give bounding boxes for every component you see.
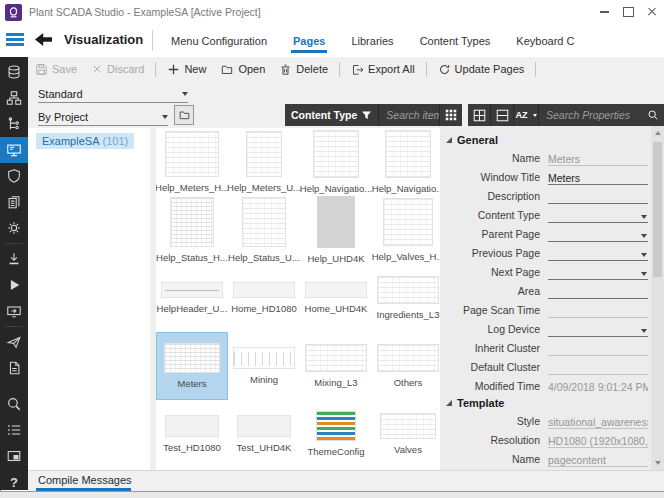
window-title-field[interactable]: Meters bbox=[548, 169, 648, 185]
search-icon[interactable] bbox=[0, 391, 28, 417]
close-button[interactable] bbox=[640, 0, 664, 24]
page-cell-home-hd1080[interactable]: Home_HD1080 bbox=[228, 264, 300, 332]
sort-az-button[interactable]: AZ bbox=[514, 104, 538, 126]
run-play-icon[interactable] bbox=[0, 272, 28, 298]
previous-page-dropdown[interactable] bbox=[548, 245, 648, 261]
name-field: Meters bbox=[548, 150, 648, 166]
report-document-icon[interactable] bbox=[0, 355, 28, 381]
inherit-cluster-field[interactable] bbox=[548, 340, 648, 356]
next-page-dropdown[interactable] bbox=[548, 264, 648, 280]
default-cluster-field[interactable] bbox=[548, 359, 648, 375]
download-icon[interactable] bbox=[0, 246, 28, 272]
scroll-up-icon[interactable] bbox=[655, 131, 661, 135]
export-all-button[interactable]: Export All bbox=[344, 57, 421, 81]
page-cell-mixing-l3[interactable]: Mixing_L3 bbox=[300, 332, 372, 400]
page-cell-help-status-u[interactable]: Help_Status_U... bbox=[228, 196, 300, 264]
page-scan-time-field[interactable] bbox=[548, 302, 648, 318]
page-cell-ingredients-l3[interactable]: Ingredients_L3 bbox=[372, 264, 444, 332]
page-cell-mining[interactable]: Mining bbox=[228, 332, 300, 400]
description-field[interactable] bbox=[548, 188, 648, 204]
page-thumbnail bbox=[170, 197, 214, 247]
page-cell-help-uhd4k[interactable]: Help_UHD4K bbox=[300, 196, 372, 264]
save-button[interactable]: Save bbox=[28, 57, 84, 81]
page-cell-test-uhd4k[interactable]: Test_UHD4K bbox=[228, 400, 300, 468]
database-icon[interactable] bbox=[0, 59, 28, 85]
page-cell-others[interactable]: Others bbox=[372, 332, 444, 400]
deploy-plane-icon[interactable] bbox=[0, 329, 28, 355]
scroll-down-icon[interactable] bbox=[655, 461, 661, 465]
sort-down-icon bbox=[533, 114, 537, 117]
page-cell-meters-selected[interactable]: Meters bbox=[156, 332, 228, 400]
funnel-icon bbox=[361, 110, 372, 121]
tree-item-examplesa[interactable]: ExampleSA (101) bbox=[36, 133, 134, 149]
parent-page-dropdown[interactable] bbox=[548, 226, 648, 242]
grouping-dropdown[interactable]: By Project bbox=[38, 108, 168, 126]
equipment-tree-icon[interactable] bbox=[0, 111, 28, 137]
discard-button[interactable]: Discard bbox=[84, 57, 151, 81]
compile-messages-tab[interactable]: Compile Messages bbox=[38, 474, 132, 486]
page-label: Home_UHD4K bbox=[305, 303, 368, 314]
page-cell-help-navigation-2[interactable]: Help_Navigatio... bbox=[372, 128, 444, 196]
toolbar-divider bbox=[339, 62, 340, 77]
page-cell-themeconfig[interactable]: ThemeConfig bbox=[300, 400, 372, 468]
remote-display-icon[interactable] bbox=[0, 298, 28, 324]
page-cell-home-uhd4k[interactable]: Home_UHD4K bbox=[300, 264, 372, 332]
page-cell-help-status-h[interactable]: Help_Status_H... bbox=[156, 196, 228, 264]
section-general[interactable]: General bbox=[444, 132, 648, 148]
tile-view-button[interactable] bbox=[468, 104, 490, 126]
new-button[interactable]: New bbox=[160, 57, 213, 81]
section-template[interactable]: Template bbox=[444, 395, 648, 411]
security-shield-icon[interactable] bbox=[0, 163, 28, 189]
page-cell-helpheader-u[interactable]: HelpHeader_U... bbox=[156, 264, 228, 332]
page-cell-help-meters-u[interactable]: Help_Meters_U... bbox=[228, 128, 300, 196]
page-thumbnail bbox=[377, 344, 439, 372]
window-panel-icon[interactable] bbox=[0, 443, 28, 469]
filter-zone: Standard By Project Content Type Search … bbox=[28, 81, 664, 128]
style-dropdown[interactable]: Standard bbox=[38, 85, 188, 103]
folder-filter-button[interactable] bbox=[174, 105, 194, 125]
content-type-filter-button[interactable]: Content Type bbox=[285, 104, 378, 126]
plant-scada-studio-window: Plant SCADA Studio - ExampleSA [Active P… bbox=[0, 0, 664, 498]
settings-gear-icon[interactable] bbox=[0, 215, 28, 241]
minimize-button[interactable] bbox=[592, 0, 616, 24]
tab-libraries[interactable]: Libraries bbox=[338, 24, 406, 57]
grid-row: Test_HD1080 Test_UHD4K ThemeConfig Valve… bbox=[156, 400, 468, 468]
delete-button[interactable]: Delete bbox=[272, 57, 335, 81]
search-properties-button[interactable] bbox=[642, 104, 664, 126]
pages-copy-icon[interactable] bbox=[0, 189, 28, 215]
chevron-down-icon bbox=[641, 215, 647, 219]
tab-menu-configuration[interactable]: Menu Configuration bbox=[158, 24, 280, 57]
search-items-input[interactable]: Search items bbox=[379, 104, 439, 126]
tab-content-types[interactable]: Content Types bbox=[407, 24, 504, 57]
page-cell-valves[interactable]: Valves bbox=[372, 400, 444, 468]
maximize-button[interactable] bbox=[616, 0, 640, 24]
search-properties-input[interactable]: Search Properties bbox=[539, 104, 642, 126]
app-logo-icon bbox=[5, 4, 22, 21]
page-cell-help-meters-h[interactable]: Help_Meters_H... bbox=[156, 128, 228, 196]
visualization-monitor-icon[interactable] bbox=[0, 137, 28, 163]
chevron-down-icon bbox=[182, 92, 188, 96]
page-cell-test-hd1080[interactable]: Test_HD1080 bbox=[156, 400, 228, 468]
grid-view-button[interactable] bbox=[440, 104, 462, 126]
sort-az-label: AZ bbox=[516, 110, 528, 120]
main-menu-button[interactable] bbox=[6, 33, 24, 46]
split-horizontal-icon bbox=[496, 109, 509, 122]
tab-keyboard-commands[interactable]: Keyboard C bbox=[503, 24, 587, 57]
content-type-dropdown[interactable] bbox=[548, 207, 648, 223]
scrollbar-thumb[interactable] bbox=[653, 142, 662, 277]
page-cell-help-valves-h[interactable]: Help_Valves_H... bbox=[372, 196, 444, 264]
open-button[interactable]: Open bbox=[213, 57, 272, 81]
log-device-dropdown[interactable] bbox=[548, 321, 648, 337]
log-list-icon[interactable] bbox=[0, 417, 28, 443]
page-cell-help-navigation-1[interactable]: Help_Navigatio... bbox=[300, 128, 372, 196]
page-label: Help_Meters_H... bbox=[156, 182, 229, 193]
back-button[interactable] bbox=[34, 31, 54, 49]
tab-pages[interactable]: Pages bbox=[280, 24, 338, 57]
hierarchy-icon[interactable] bbox=[0, 85, 28, 111]
page-label: ThemeConfig bbox=[307, 446, 364, 457]
split-view-button[interactable] bbox=[491, 104, 513, 126]
properties-scrollbar[interactable] bbox=[651, 126, 664, 470]
save-label: Save bbox=[52, 63, 77, 75]
update-pages-button[interactable]: Update Pages bbox=[431, 57, 532, 81]
area-field[interactable] bbox=[548, 283, 648, 299]
